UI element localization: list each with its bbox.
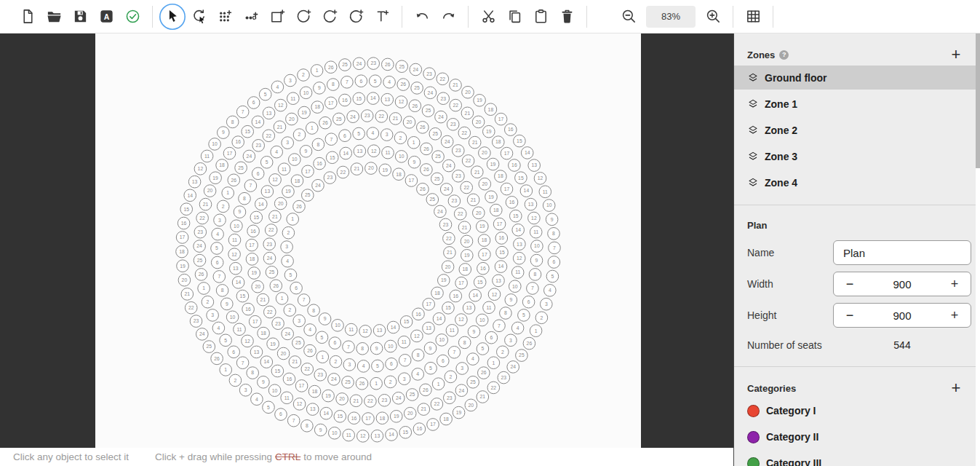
seat[interactable]: 24 xyxy=(455,384,468,397)
seat[interactable]: 7 xyxy=(244,180,257,192)
open-folder-button[interactable] xyxy=(41,4,67,30)
seat[interactable]: 2 xyxy=(293,129,306,141)
seat[interactable]: 19 xyxy=(379,164,391,176)
seat[interactable]: 6 xyxy=(228,346,240,358)
add-category-button[interactable]: + xyxy=(947,379,965,398)
seat[interactable]: 21 xyxy=(471,166,484,178)
seat[interactable]: 17 xyxy=(362,413,375,425)
seat[interactable]: 12 xyxy=(293,398,306,411)
seat[interactable]: 10 xyxy=(209,138,221,151)
paste-button[interactable] xyxy=(527,4,554,30)
seat[interactable]: 24 xyxy=(347,111,359,123)
seat[interactable]: 17 xyxy=(295,380,308,392)
seat[interactable]: 5 xyxy=(546,270,559,283)
seat[interactable]: 7 xyxy=(213,271,226,283)
seat[interactable]: 23 xyxy=(190,315,202,328)
seat[interactable]: 4 xyxy=(367,127,379,140)
seat[interactable]: 7 xyxy=(236,357,249,369)
seat[interactable]: 14 xyxy=(260,356,273,368)
seat[interactable]: 5 xyxy=(220,334,232,347)
seat[interactable]: 11 xyxy=(530,226,542,238)
seat[interactable]: 18 xyxy=(246,253,258,266)
seat[interactable]: 3 xyxy=(282,137,294,149)
seat[interactable]: 23 xyxy=(439,218,452,231)
seat[interactable]: 2 xyxy=(384,376,397,388)
seat[interactable]: 21 xyxy=(274,121,286,133)
seat[interactable]: 23 xyxy=(263,238,276,250)
seat[interactable]: 12 xyxy=(411,330,423,342)
seat[interactable]: 19 xyxy=(298,106,311,119)
seat[interactable]: 2 xyxy=(535,312,548,324)
seat[interactable]: 23 xyxy=(448,195,461,208)
add-rectangle-button[interactable] xyxy=(264,4,290,30)
seat[interactable]: 12 xyxy=(513,252,525,264)
seat[interactable]: 4 xyxy=(467,353,479,366)
seat[interactable]: 20 xyxy=(461,235,473,248)
grid-view-button[interactable] xyxy=(740,4,766,30)
seat[interactable]: 8 xyxy=(529,269,541,281)
zone-item-zone-2[interactable]: Zone 2 xyxy=(734,118,976,142)
seat[interactable]: 16 xyxy=(314,157,326,170)
seat[interactable]: 21 xyxy=(289,356,301,368)
seat[interactable]: 10 xyxy=(543,200,555,212)
seat[interactable]: 2 xyxy=(497,346,509,358)
seat[interactable]: 11 xyxy=(287,92,300,105)
seat[interactable]: 13 xyxy=(463,302,475,315)
seat-map[interactable]: 2625242322212019181716151413121110987654… xyxy=(95,33,641,448)
add-circle-button[interactable] xyxy=(290,4,316,30)
seat[interactable]: 22 xyxy=(487,382,500,394)
seat[interactable]: 13 xyxy=(373,325,386,337)
seat[interactable]: 4 xyxy=(544,285,557,297)
seat[interactable]: 8 xyxy=(216,285,228,297)
seat[interactable]: 22 xyxy=(431,398,443,411)
seat[interactable]: 5 xyxy=(425,362,437,374)
seat[interactable]: 13 xyxy=(493,275,505,287)
category-item-category-i[interactable]: Category I xyxy=(734,399,976,422)
seat[interactable]: 25 xyxy=(432,151,445,163)
seat[interactable]: 26 xyxy=(293,200,306,213)
seat[interactable]: 17 xyxy=(302,165,314,178)
seat[interactable]: 3 xyxy=(343,359,356,371)
seat[interactable]: 25 xyxy=(422,105,434,117)
seat[interactable]: 4 xyxy=(271,81,284,93)
seat[interactable]: 17 xyxy=(325,97,338,109)
seat[interactable]: 11 xyxy=(382,146,394,159)
seat[interactable]: 23 xyxy=(498,371,510,384)
seat[interactable]: 15 xyxy=(496,246,509,258)
seat[interactable]: 24 xyxy=(410,63,422,76)
seat[interactable]: 25 xyxy=(411,82,423,95)
seat[interactable]: 6 xyxy=(252,167,264,180)
seat[interactable]: 13 xyxy=(250,346,263,358)
seat[interactable]: 4 xyxy=(304,324,316,336)
zone-item-ground-floor[interactable]: Ground floor xyxy=(734,66,976,90)
seat[interactable]: 25 xyxy=(333,113,346,125)
seat[interactable]: 22 xyxy=(265,224,277,237)
seat[interactable]: 22 xyxy=(437,73,449,85)
seat[interactable]: 18 xyxy=(440,413,453,425)
seat[interactable]: 17 xyxy=(423,299,435,311)
seat[interactable]: 4 xyxy=(212,322,225,334)
seat[interactable]: 13 xyxy=(230,262,242,275)
seat[interactable]: 8 xyxy=(356,343,369,355)
seat[interactable]: 26 xyxy=(409,100,421,112)
seat[interactable]: 21 xyxy=(257,293,269,306)
width-increment-button[interactable]: + xyxy=(939,272,971,296)
seat[interactable]: 23 xyxy=(444,392,456,404)
seat[interactable]: 2 xyxy=(229,374,242,387)
seat[interactable]: 3 xyxy=(381,129,393,141)
new-file-button[interactable] xyxy=(15,4,41,30)
seat[interactable]: 12 xyxy=(488,288,501,301)
seat[interactable]: 6 xyxy=(386,358,398,371)
seat[interactable]: 6 xyxy=(275,408,287,421)
seat[interactable]: 20 xyxy=(403,116,415,129)
seat[interactable]: 24 xyxy=(507,361,519,374)
seat[interactable]: 22 xyxy=(462,155,474,167)
seat[interactable]: 22 xyxy=(443,232,455,245)
seat[interactable]: 16 xyxy=(495,232,508,245)
seat[interactable]: 16 xyxy=(348,412,360,424)
seat[interactable]: 17 xyxy=(176,232,188,244)
seat[interactable]: 13 xyxy=(354,145,366,157)
seat[interactable]: 3 xyxy=(214,214,226,226)
seat[interactable]: 23 xyxy=(252,140,265,152)
seat[interactable]: 1 xyxy=(287,213,299,226)
